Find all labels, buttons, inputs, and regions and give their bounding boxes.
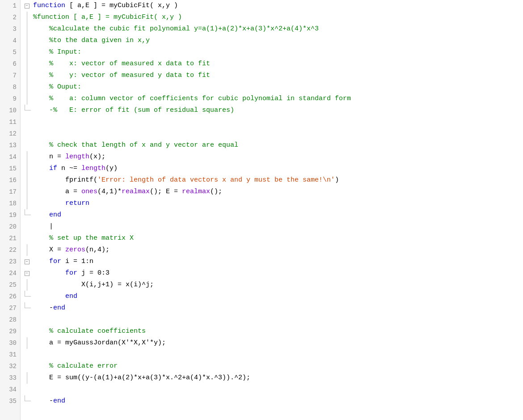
- fold-gutter-cell[interactable]: [21, 81, 33, 93]
- fold-gutter-cell[interactable]: [21, 151, 33, 163]
- fold-continuation-bar: [27, 279, 27, 291]
- code-token: % set up the matrix X: [33, 233, 134, 244]
- fold-gutter-cell[interactable]: [21, 244, 33, 256]
- code-token: ): [335, 174, 339, 186]
- code-content-area: function [ a,E ] = myCubicFit( x,y )%fun…: [33, 0, 523, 420]
- code-token: length: [81, 163, 105, 174]
- line-number: 26: [0, 291, 17, 302]
- code-line: |: [33, 221, 523, 233]
- fold-continuation-bar: [27, 174, 27, 186]
- line-number: 4: [0, 35, 17, 47]
- fold-gutter-cell[interactable]: [21, 163, 33, 174]
- code-token: |: [33, 221, 53, 233]
- code-token: [33, 291, 65, 302]
- code-line: return: [33, 198, 523, 209]
- code-token: %calculate the cubic fit polynomial y=a(…: [33, 23, 319, 35]
- code-token: zeros: [65, 244, 85, 256]
- code-line: [33, 128, 523, 140]
- code-line: -end: [33, 395, 523, 407]
- fold-gutter-cell[interactable]: [21, 47, 33, 58]
- code-line: %to the data given in x,y: [33, 35, 523, 47]
- fold-gutter-cell[interactable]: [21, 209, 33, 221]
- fold-continuation-bar: [27, 35, 27, 47]
- line-number: 14: [0, 151, 17, 163]
- fold-continuation-bar: [27, 81, 27, 93]
- fold-gutter-cell: [21, 349, 33, 361]
- code-line: % a: column vector of coefficients for c…: [33, 93, 523, 105]
- fold-gutter-cell[interactable]: [21, 35, 33, 47]
- fold-end-corner: [25, 209, 31, 215]
- fold-gutter-cell[interactable]: [21, 198, 33, 209]
- fold-gutter-cell[interactable]: −: [21, 267, 33, 279]
- fold-gutter-cell[interactable]: [21, 58, 33, 70]
- code-line: [33, 384, 523, 395]
- code-line: %function [ a,E ] = myCubicFit( x,y ): [33, 12, 523, 23]
- fold-end-corner: [25, 105, 31, 110]
- line-number: 15: [0, 163, 17, 174]
- code-line: end: [33, 291, 523, 302]
- code-token: fprintf(: [33, 174, 97, 186]
- fold-gutter-cell[interactable]: [21, 372, 33, 384]
- code-token: j = 0:3: [77, 267, 110, 279]
- code-token: (x);: [89, 151, 105, 163]
- code-token: % check that length of x and y vector ar…: [33, 140, 238, 151]
- fold-end-corner: [25, 302, 31, 308]
- code-token: n =: [33, 151, 65, 163]
- fold-end-corner: [25, 291, 31, 297]
- code-token: a =: [33, 186, 81, 198]
- fold-continuation-bar: [27, 186, 27, 198]
- fold-continuation-bar: [27, 70, 27, 81]
- code-line: [33, 116, 523, 128]
- code-token: E = sum((y-(a(1)+a(2)*x+a(3)*x.^2+a(4)*x…: [33, 372, 250, 384]
- fold-gutter-cell[interactable]: −: [21, 256, 33, 267]
- line-number: 16: [0, 174, 17, 186]
- fold-open-icon[interactable]: −: [25, 271, 30, 276]
- fold-continuation-bar: [27, 151, 27, 163]
- fold-gutter-cell[interactable]: [21, 302, 33, 314]
- code-token: ();: [210, 186, 222, 198]
- fold-gutter-cell[interactable]: [21, 12, 33, 23]
- fold-gutter-cell[interactable]: [21, 291, 33, 302]
- code-line: % y: vector of measured y data to fit: [33, 70, 523, 81]
- fold-gutter-cell[interactable]: [21, 105, 33, 116]
- fold-gutter-cell[interactable]: [21, 23, 33, 35]
- fold-gutter-cell: [21, 116, 33, 128]
- fold-gutter-cell: [21, 140, 33, 151]
- fold-gutter-cell[interactable]: [21, 279, 33, 291]
- fold-open-icon[interactable]: −: [25, 259, 30, 264]
- code-line: end: [33, 209, 523, 221]
- code-line: [33, 349, 523, 361]
- code-token: a = myGaussJordan(X'*X,X'*y);: [33, 337, 166, 349]
- fold-gutter-cell[interactable]: −: [21, 0, 33, 12]
- fold-continuation-bar: [27, 47, 27, 58]
- code-line: % set up the matrix X: [33, 233, 523, 244]
- fold-gutter-cell[interactable]: [21, 395, 33, 407]
- line-number: 5: [0, 47, 17, 58]
- fold-gutter[interactable]: −−−: [21, 0, 33, 420]
- fold-gutter-cell[interactable]: [21, 174, 33, 186]
- fold-continuation-bar: [27, 12, 27, 23]
- fold-gutter-cell[interactable]: [21, 93, 33, 105]
- line-number: 1: [0, 0, 17, 12]
- code-line: a = myGaussJordan(X'*X,X'*y);: [33, 337, 523, 349]
- line-number: 3: [0, 23, 17, 35]
- line-number: 34: [0, 384, 17, 395]
- fold-gutter-cell: [21, 233, 33, 244]
- code-token: i = 1:n: [61, 256, 93, 267]
- code-line: if n ~= length(y): [33, 163, 523, 174]
- code-line: for j = 0:3: [33, 267, 523, 279]
- fold-gutter-cell[interactable]: [21, 337, 33, 349]
- fold-gutter-cell: [21, 361, 33, 372]
- fold-open-icon[interactable]: −: [25, 4, 30, 8]
- code-line: function [ a,E ] = myCubicFit( x,y ): [33, 0, 523, 12]
- code-token: (4,1)*: [97, 186, 122, 198]
- line-number: 23: [0, 256, 17, 267]
- line-number: 17: [0, 186, 17, 198]
- fold-gutter-cell[interactable]: [21, 186, 33, 198]
- code-token: end: [53, 395, 65, 407]
- fold-continuation-bar: [27, 244, 27, 256]
- line-number: 20: [0, 221, 17, 233]
- code-token: end: [33, 209, 61, 221]
- fold-gutter-cell[interactable]: [21, 70, 33, 81]
- line-number: 32: [0, 361, 17, 372]
